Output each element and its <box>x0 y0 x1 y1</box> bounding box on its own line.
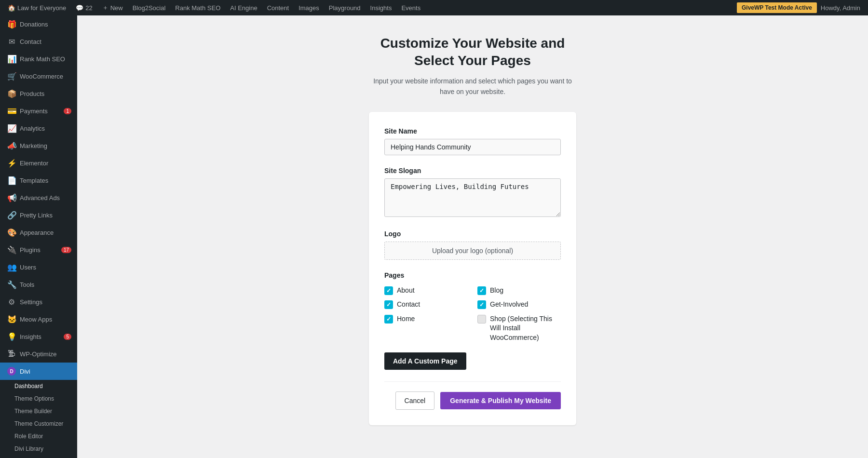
sidebar-label-payments: Payments <box>20 108 48 115</box>
sidebar-label-marketing: Marketing <box>20 142 47 149</box>
setup-card: Site Name Site Slogan Empowering Lives, … <box>369 112 576 425</box>
sidebar-item-wp-optimize[interactable]: 🗜 WP-Optimize <box>0 345 77 363</box>
donations-icon: 🎁 <box>7 20 16 29</box>
sidebar-label-meow-apps: Meow Apps <box>20 316 52 323</box>
sidebar-sub-theme-options[interactable]: Theme Options <box>0 392 77 405</box>
sidebar-label-settings: Settings <box>20 298 42 306</box>
sidebar-label-divi: Divi <box>20 368 30 375</box>
meow-apps-icon: 🐱 <box>7 315 16 324</box>
sidebar-item-pretty-links[interactable]: 🔗 Pretty Links <box>0 206 77 224</box>
sidebar-item-templates[interactable]: 📄 Templates <box>0 172 77 189</box>
sidebar-label-analytics: Analytics <box>20 125 45 132</box>
logo-upload-button[interactable]: Upload your logo (optional) <box>384 242 561 260</box>
ai-engine-link[interactable]: AI Engine <box>226 0 261 15</box>
sidebar-label-woocommerce: WooCommerce <box>20 73 63 80</box>
about-label: About <box>397 286 415 296</box>
sidebar-sub-theme-customizer[interactable]: Theme Customizer <box>0 418 77 430</box>
logo-field: Logo Upload your logo (optional) <box>384 230 561 260</box>
site-slogan-input[interactable]: Empowering Lives, Building Futures <box>384 178 561 217</box>
blog2social-link[interactable]: Blog2Social <box>129 0 170 15</box>
sidebar-sub-role-editor[interactable]: Role Editor <box>0 430 77 443</box>
events-link[interactable]: Events <box>397 0 424 15</box>
blog-check-icon: ✓ <box>477 286 486 295</box>
main-content: Customize Your Website and Select Your P… <box>77 15 868 458</box>
shop-check-icon <box>477 315 486 323</box>
comments-count: 22 <box>85 4 92 12</box>
sidebar-item-elementor[interactable]: ⚡ Elementor <box>0 154 77 172</box>
page-checkbox-blog[interactable]: ✓ Blog <box>477 286 561 296</box>
sidebar-sub-label-role-editor: Role Editor <box>14 433 43 440</box>
pages-label: Pages <box>384 271 561 279</box>
sidebar-item-analytics[interactable]: 📈 Analytics <box>0 120 77 137</box>
sidebar-item-donations[interactable]: 🎁 Donations <box>0 15 77 33</box>
sidebar-label-rank-math: Rank Math SEO <box>20 55 65 63</box>
site-name: Law for Everyone <box>17 4 66 12</box>
events-label: Events <box>401 4 420 12</box>
sidebar-item-meow-apps[interactable]: 🐱 Meow Apps <box>0 310 77 328</box>
page-checkbox-shop[interactable]: Shop (Selecting This Will Install WooCom… <box>477 314 561 343</box>
images-label: Images <box>298 4 319 12</box>
form-actions: Cancel Generate & Publish My Website <box>384 381 561 410</box>
sidebar-sub-label-theme-options: Theme Options <box>14 395 54 402</box>
sidebar-item-advanced-ads[interactable]: 📢 Advanced Ads <box>0 189 77 206</box>
site-name-field: Site Name <box>384 127 561 155</box>
appearance-icon: 🎨 <box>7 228 16 237</box>
site-name-link[interactable]: 🏠 Law for Everyone <box>4 0 70 15</box>
images-link[interactable]: Images <box>295 0 323 15</box>
sidebar-label-pretty-links: Pretty Links <box>20 212 53 219</box>
rank-math-icon: 📊 <box>7 54 16 64</box>
site-name-input[interactable] <box>384 139 561 155</box>
content-link[interactable]: Content <box>263 0 293 15</box>
site-slogan-label: Site Slogan <box>384 167 561 175</box>
sidebar-sub-theme-builder[interactable]: Theme Builder <box>0 405 77 418</box>
home-label: Home <box>397 314 415 324</box>
sidebar-sub-label-divi-library: Divi Library <box>14 445 43 452</box>
sidebar-item-marketing[interactable]: 📣 Marketing <box>0 137 77 154</box>
sidebar-item-divi[interactable]: D Divi <box>0 363 77 380</box>
divi-icon: D <box>7 367 16 376</box>
woocommerce-icon: 🛒 <box>7 72 16 81</box>
sidebar-item-plugins[interactable]: 🔌 Plugins 17 <box>0 241 77 258</box>
sidebar-label-users: Users <box>20 264 36 271</box>
blog-label: Blog <box>490 286 503 296</box>
sidebar-item-appearance[interactable]: 🎨 Appearance <box>0 224 77 241</box>
sidebar-item-users[interactable]: 👥 Users <box>0 258 77 276</box>
page-subtitle: Input your website information and selec… <box>371 76 574 97</box>
sidebar-item-settings[interactable]: ⚙ Settings <box>0 293 77 310</box>
sidebar-item-insights[interactable]: 💡 Insights 5 <box>0 328 77 345</box>
comments-link[interactable]: 💬 22 <box>72 0 96 15</box>
comments-icon: 💬 <box>76 4 83 12</box>
sidebar-label-templates: Templates <box>20 177 48 184</box>
sidebar-item-tools[interactable]: 🔧 Tools <box>0 276 77 293</box>
page-checkbox-about[interactable]: ✓ About <box>384 286 468 296</box>
givewp-button[interactable]: GiveWP Test Mode Active <box>737 2 817 13</box>
playground-link[interactable]: Playground <box>325 0 365 15</box>
products-icon: 📦 <box>7 89 16 98</box>
sidebar-sub-dashboard[interactable]: Dashboard <box>0 380 77 392</box>
sidebar-item-rank-math[interactable]: 📊 Rank Math SEO <box>0 50 77 67</box>
rank-math-link[interactable]: Rank Math SEO <box>171 0 224 15</box>
new-post-link[interactable]: ＋ New <box>98 0 127 15</box>
logo-label: Logo <box>384 230 561 238</box>
sidebar-label-insights: Insights <box>20 333 41 340</box>
sidebar-item-products[interactable]: 📦 Products <box>0 85 77 102</box>
page-checkbox-home[interactable]: ✓ Home <box>384 314 468 343</box>
page-checkbox-contact[interactable]: ✓ Contact <box>384 300 468 310</box>
page-checkbox-get-involved[interactable]: ✓ Get-Involved <box>477 300 561 310</box>
shop-label: Shop (Selecting This Will Install WooCom… <box>490 314 561 343</box>
new-icon: ＋ <box>102 3 108 12</box>
sidebar-sub-label-theme-customizer: Theme Customizer <box>14 420 63 427</box>
publish-button[interactable]: Generate & Publish My Website <box>440 392 561 409</box>
add-custom-page-button[interactable]: Add A Custom Page <box>384 352 466 370</box>
sidebar-label-tools: Tools <box>20 281 34 288</box>
sidebar-item-contact[interactable]: ✉ Contact <box>0 33 77 50</box>
page-title: Customize Your Website and Select Your P… <box>380 35 565 70</box>
howdy-menu[interactable]: Howdy, Admin <box>817 4 864 12</box>
sidebar-item-payments[interactable]: 💳 Payments 1 <box>0 102 77 120</box>
sidebar-sub-divi-library[interactable]: Divi Library <box>0 443 77 455</box>
cancel-button[interactable]: Cancel <box>395 391 435 410</box>
new-label: New <box>110 4 123 12</box>
insights-link[interactable]: Insights <box>366 0 396 15</box>
settings-icon: ⚙ <box>7 297 16 307</box>
sidebar-item-woocommerce[interactable]: 🛒 WooCommerce <box>0 67 77 85</box>
